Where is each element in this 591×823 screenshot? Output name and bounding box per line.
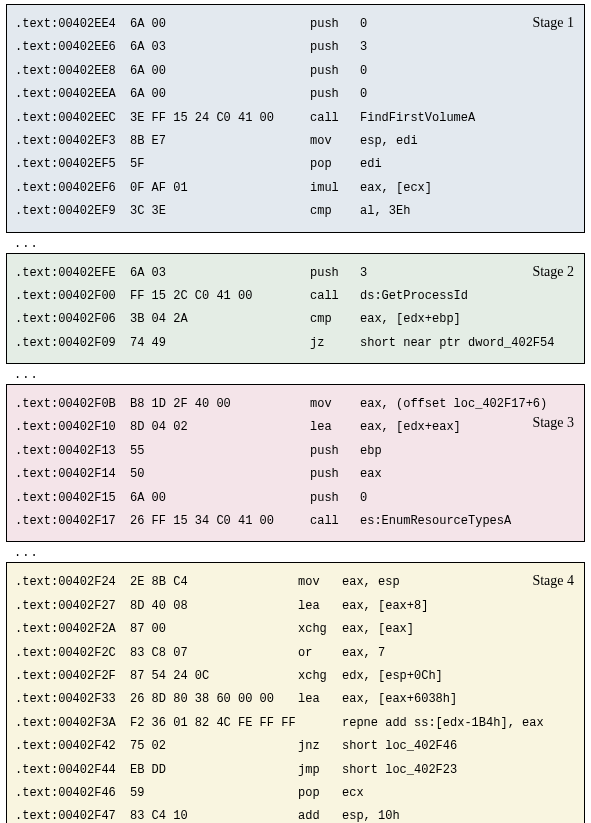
asm-line: .text:00402F063B 04 2Acmpeax, [edx+ebp] (15, 308, 576, 331)
ellipsis: ... (6, 366, 585, 384)
asm-line: .text:00402F0974 49jzshort near ptr dwor… (15, 332, 576, 355)
asm-line: .text:00402EE46A 00push0 (15, 13, 576, 36)
asm-line: .text:00402F278D 40 08leaeax, [eax+8] (15, 595, 576, 618)
asm-line: .text:00402EF93C 3Ecmpal, 3Eh (15, 200, 576, 223)
asm-line: .text:00402F156A 00push0 (15, 487, 576, 510)
asm-line: .text:00402F0BB8 1D 2F 40 00moveax, (off… (15, 393, 576, 416)
asm-line: .text:00402F2C83 C8 07oreax, 7 (15, 642, 576, 665)
asm-line: .text:00402F1355pushebp (15, 440, 576, 463)
asm-line: .text:00402F2F87 54 24 0Cxchgedx, [esp+0… (15, 665, 576, 688)
stage-4-block: Stage 4 .text:00402F242E 8B C4moveax, es… (6, 562, 585, 823)
asm-line: .text:00402F242E 8B C4moveax, esp (15, 571, 576, 594)
stage-4-label: Stage 4 (532, 567, 574, 594)
stage-1-label: Stage 1 (532, 9, 574, 36)
asm-line: .text:00402EF38B E7movesp, edi (15, 130, 576, 153)
asm-line: .text:00402EEA6A 00push0 (15, 83, 576, 106)
asm-line: .text:00402EE86A 00push0 (15, 60, 576, 83)
asm-line: .text:00402F2A87 00xchgeax, [eax] (15, 618, 576, 641)
asm-line: .text:00402F00FF 15 2C C0 41 00callds:Ge… (15, 285, 576, 308)
asm-line: .text:00402F3326 8D 80 38 60 00 00leaeax… (15, 688, 576, 711)
ellipsis: ... (6, 544, 585, 562)
asm-line: .text:00402EFE6A 03push3 (15, 262, 576, 285)
asm-line: .text:00402F4275 02jnzshort loc_402F46 (15, 735, 576, 758)
asm-line: .text:00402F4783 C4 10addesp, 10h (15, 805, 576, 823)
stage-1-block: Stage 1 .text:00402EE46A 00push0 .text:0… (6, 4, 585, 233)
stage-2-block: Stage 2 .text:00402EFE6A 03push3 .text:0… (6, 253, 585, 365)
asm-line: .text:00402EF55Fpopedi (15, 153, 576, 176)
asm-line: .text:00402F1726 FF 15 34 C0 41 00calles… (15, 510, 576, 533)
asm-line: .text:00402EEC3E FF 15 24 C0 41 00callFi… (15, 107, 576, 130)
stage-3-block: Stage 3 .text:00402F0BB8 1D 2F 40 00move… (6, 384, 585, 542)
asm-line: .text:00402EF60F AF 01imuleax, [ecx] (15, 177, 576, 200)
asm-line: .text:00402EE66A 03push3 (15, 36, 576, 59)
asm-line: .text:00402F44EB DDjmpshort loc_402F23 (15, 759, 576, 782)
stage-2-label: Stage 2 (532, 258, 574, 285)
stage-3-label: Stage 3 (532, 409, 574, 436)
asm-line: .text:00402F3AF2 36 01 82 4C FE FF FFrep… (15, 712, 576, 735)
asm-line: .text:00402F108D 04 02leaeax, [edx+eax] (15, 416, 576, 439)
asm-line: .text:00402F4659popecx (15, 782, 576, 805)
asm-line: .text:00402F1450pusheax (15, 463, 576, 486)
ellipsis: ... (6, 235, 585, 253)
